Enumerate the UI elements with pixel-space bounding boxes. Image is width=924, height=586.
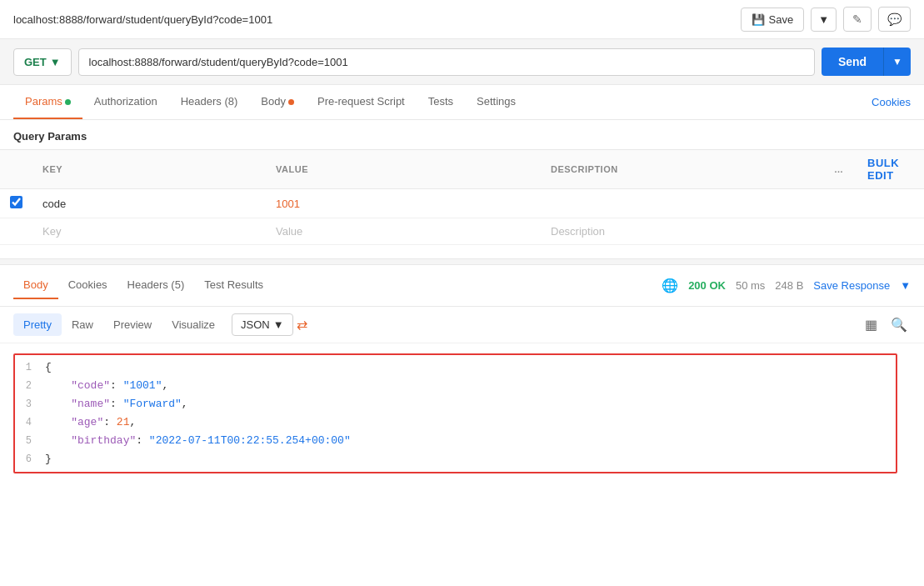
row-checkbox[interactable] [10,196,22,208]
empty-menu [824,218,857,245]
send-chevron-button[interactable]: ▼ [883,48,911,76]
row-bulk [857,189,924,218]
params-table: KEY VALUE DESCRIPTION … Bulk Edit code 1… [0,149,924,245]
method-select[interactable]: GET ▼ [13,48,72,76]
response-size: 248 B [775,279,803,292]
wrap-lines-button[interactable]: ⇄ [293,313,311,336]
response-tabs-bar: Body Cookies Headers (5) Test Results 🌐 … [0,265,924,307]
send-group: Send ▼ [822,48,911,76]
top-bar: localhost:8888/forward/student/queryById… [0,0,924,39]
format-tabs: Pretty Raw Preview Visualize JSON ▼ ⇄ [13,313,311,336]
search-button[interactable]: 🔍 [887,313,911,336]
save-chevron-button[interactable]: ▼ [811,8,837,32]
code-line-2: 2 "code": "1001", [15,377,896,395]
edit-icon-button[interactable]: ✎ [843,7,872,32]
code-line-4: 4 "age": 21, [15,413,896,432]
save-button[interactable]: 💾 Save [741,8,804,32]
row-key[interactable]: code [32,189,266,218]
code-line-5: 5 "birthday": "2022-07-11T00:22:55.254+0… [15,432,896,450]
tab-authorization[interactable]: Authorization [82,85,169,119]
format-select-chevron: ▼ [273,318,284,331]
response-tab-headers[interactable]: Headers (5) [117,272,195,299]
response-status: 200 OK [688,279,726,292]
format-bar: Pretty Raw Preview Visualize JSON ▼ ⇄ ▦ … [0,307,924,343]
response-area: Body Cookies Headers (5) Test Results 🌐 … [0,265,924,483]
section-divider [0,258,924,265]
wrap-icon: ⇄ [297,318,307,332]
cookies-link[interactable]: Cookies [872,86,911,118]
row-checkbox-cell[interactable] [0,189,32,218]
tabs-bar: Params Authorization Headers (8) Body Pr… [0,85,924,120]
col-value-header: VALUE [266,150,541,189]
code-line-1: 1 { [15,358,896,377]
save-icon: 💾 [752,13,765,26]
request-bar: GET ▼ Send ▼ [0,39,924,85]
tab-settings[interactable]: Settings [465,85,527,119]
save-response-chevron[interactable]: ▼ [900,279,911,292]
send-button[interactable]: Send [822,48,883,76]
copy-button[interactable]: ▦ [862,313,881,336]
response-tab-cookies[interactable]: Cookies [58,272,117,299]
code-line-6: 6 } [15,450,896,468]
col-checkbox [0,150,32,189]
tab-headers[interactable]: Headers (8) [169,85,250,119]
code-area: 1 { 2 "code": "1001", 3 "name": "Forward… [0,343,924,483]
save-response-button[interactable]: Save Response [813,279,890,292]
format-tab-visualize[interactable]: Visualize [162,313,225,336]
table-row-empty: Key Value Description [0,218,924,245]
empty-value[interactable]: Value [266,218,541,245]
col-bulk-header: Bulk Edit [857,150,924,189]
response-tabs-left: Body Cookies Headers (5) Test Results [13,272,273,299]
col-menu-header: … [824,150,857,189]
format-select[interactable]: JSON ▼ [232,313,293,336]
globe-icon: 🌐 [662,278,678,293]
format-tab-pretty[interactable]: Pretty [13,313,62,336]
tabs-left: Params Authorization Headers (8) Body Pr… [13,85,527,119]
response-meta: 🌐 200 OK 50 ms 248 B Save Response ▼ [662,278,911,293]
row-menu [824,189,857,218]
empty-description[interactable]: Description [541,218,824,245]
top-bar-actions: 💾 Save ▼ ✎ 💬 [741,7,911,32]
body-dot [288,99,294,105]
format-bar-right: ▦ 🔍 [862,313,911,336]
params-dot [65,99,71,105]
row-description[interactable] [541,189,824,218]
empty-checkbox-cell [0,218,32,245]
method-chevron-icon: ▼ [50,56,61,68]
tab-tests[interactable]: Tests [417,85,465,119]
query-params-title: Query Params [0,120,924,149]
col-key-header: KEY [32,150,266,189]
row-value[interactable]: 1001 [266,189,541,218]
table-row: code 1001 [0,189,924,218]
tab-params[interactable]: Params [13,85,82,119]
code-line-3: 3 "name": "Forward", [15,395,896,413]
empty-bulk [857,218,924,245]
col-description-header: DESCRIPTION [541,150,824,189]
url-input[interactable] [78,48,815,76]
top-bar-url: localhost:8888/forward/student/queryById… [13,13,272,26]
tab-prerequest[interactable]: Pre-request Script [306,85,417,119]
response-tab-test-results[interactable]: Test Results [194,272,273,299]
code-highlight-box: 1 { 2 "code": "1001", 3 "name": "Forward… [13,353,897,473]
chat-icon-button[interactable]: 💬 [878,7,911,32]
tab-body[interactable]: Body [249,85,306,119]
format-tab-raw[interactable]: Raw [62,313,103,336]
format-tab-preview[interactable]: Preview [103,313,162,336]
empty-key[interactable]: Key [32,218,266,245]
response-tab-body[interactable]: Body [13,272,58,299]
response-time: 50 ms [736,279,765,292]
